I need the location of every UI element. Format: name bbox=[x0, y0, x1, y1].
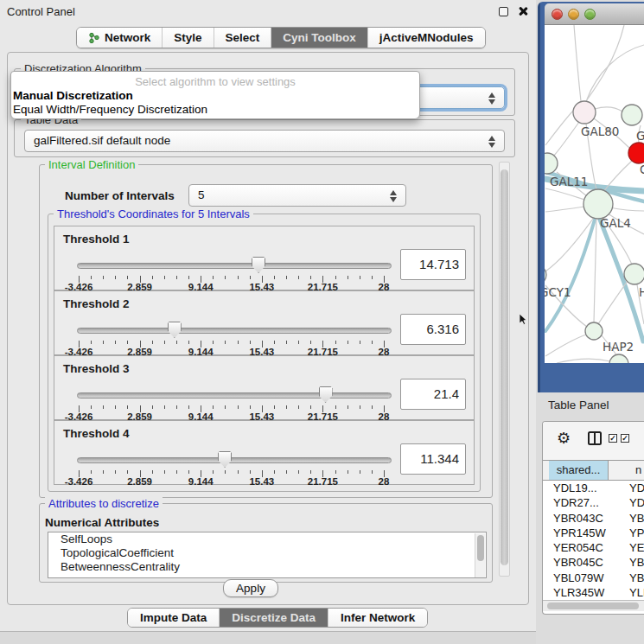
tick-mark bbox=[91, 470, 92, 474]
tick-mark bbox=[298, 276, 299, 279]
tab-network[interactable]: Network bbox=[77, 28, 163, 48]
table-row[interactable]: YLR345WYLR3 bbox=[543, 585, 644, 600]
table-row[interactable]: YBR043CYBR0 bbox=[543, 511, 644, 526]
close-traffic-light-icon[interactable] bbox=[552, 9, 563, 20]
threshold-value-field[interactable]: 21.4 bbox=[400, 379, 466, 410]
network-window-titlebar[interactable] bbox=[545, 3, 644, 25]
table-row[interactable]: YBR045CYBR0 bbox=[543, 555, 644, 570]
number-of-intervals-combobox[interactable]: 5 bbox=[188, 184, 406, 207]
network-node-GAL11[interactable] bbox=[545, 153, 558, 174]
threshold-slider-thumb[interactable] bbox=[168, 322, 182, 338]
threshold-value-field[interactable]: 6.316 bbox=[400, 314, 466, 345]
table-hscrollbar-thumb[interactable] bbox=[547, 603, 639, 609]
settings-scrollbar[interactable] bbox=[499, 162, 510, 577]
tick-label: 15.43 bbox=[249, 476, 274, 487]
tick-mark bbox=[360, 405, 360, 409]
table-row[interactable]: YBL079WYBL0 bbox=[543, 571, 644, 585]
list-scrollbar-thumb[interactable] bbox=[477, 535, 484, 561]
network-node-H[interactable] bbox=[624, 264, 644, 284]
stepper-icon bbox=[488, 92, 496, 105]
gear-icon[interactable]: ⚙ bbox=[557, 429, 571, 447]
threshold-slider-thumb[interactable] bbox=[319, 386, 333, 403]
table-row[interactable]: YER054CYER0 bbox=[543, 540, 644, 555]
tab-cyni-toolbox[interactable]: Cyni Toolbox bbox=[271, 28, 368, 48]
popup-option-equal-width[interactable]: Equal Width/Frequency Discretization bbox=[11, 103, 419, 117]
popup-option-manual[interactable]: Manual Discretization bbox=[11, 89, 419, 103]
tab-infer-network[interactable]: Infer Network bbox=[328, 609, 427, 627]
network-nodes[interactable] bbox=[545, 101, 644, 363]
network-graph: GAL80GACGAL11GAL4GCY1HHAP2 bbox=[545, 25, 644, 363]
tick-mark bbox=[115, 470, 116, 474]
threshold-slider-thumb[interactable] bbox=[218, 451, 232, 468]
tick-mark bbox=[348, 341, 348, 344]
cell-name: YLR3 bbox=[629, 585, 644, 600]
apply-button[interactable]: Apply bbox=[223, 579, 278, 597]
zoom-traffic-light-icon[interactable] bbox=[584, 9, 596, 20]
attribute-list-item[interactable]: TopologicalCoefficient bbox=[48, 546, 486, 560]
tick-mark bbox=[164, 276, 165, 279]
tick-mark bbox=[335, 405, 336, 409]
tab-style[interactable]: Style bbox=[163, 28, 214, 48]
network-canvas[interactable]: GAL80GACGAL11GAL4GCY1HHAP2 bbox=[545, 25, 644, 363]
network-node-GCY1[interactable] bbox=[545, 265, 546, 284]
threshold-slider-thumb[interactable] bbox=[252, 257, 265, 273]
tick-mark bbox=[238, 405, 239, 409]
tick-mark bbox=[127, 470, 128, 474]
tick-mark bbox=[348, 276, 348, 279]
float-window-icon[interactable] bbox=[499, 7, 508, 16]
table-hscrollbar[interactable] bbox=[543, 600, 644, 611]
tick-mark bbox=[164, 405, 165, 409]
tick-label: 28 bbox=[379, 476, 390, 487]
tick-mark bbox=[164, 470, 165, 474]
threshold-label: Threshold 1 bbox=[63, 233, 130, 245]
threshold-slider-track[interactable] bbox=[77, 328, 392, 334]
network-node-GAL80[interactable] bbox=[573, 101, 596, 124]
table-toolbar: ⚙ ✓ ✓ bbox=[543, 422, 644, 460]
settings-scrollbar-thumb[interactable] bbox=[501, 169, 508, 565]
table-data-combobox[interactable]: galFiltered.sif default node bbox=[24, 130, 505, 152]
tab-discretize-data[interactable]: Discretize Data bbox=[220, 609, 328, 627]
tab-jactivemnodules[interactable]: jActiveMNodules bbox=[368, 28, 485, 48]
attributes-legend: Attributes to discretize bbox=[45, 497, 163, 510]
tab-discretize-data-label: Discretize Data bbox=[232, 611, 316, 624]
network-node-GA[interactable] bbox=[622, 105, 642, 125]
table-row[interactable]: YPR145WYPR1 bbox=[543, 526, 644, 540]
tab-impute-data[interactable]: Impute Data bbox=[128, 609, 220, 627]
close-icon[interactable] bbox=[518, 6, 528, 16]
mouse-cursor bbox=[520, 314, 527, 325]
attribute-list-item[interactable]: BetweennessCentrality bbox=[48, 560, 486, 574]
network-node-C[interactable] bbox=[628, 143, 644, 163]
threshold-value-field[interactable]: 11.344 bbox=[400, 443, 466, 475]
minimize-traffic-light-icon[interactable] bbox=[568, 9, 579, 20]
network-node-GAL4[interactable] bbox=[583, 189, 613, 219]
table-body: YDL19...YDL1YDR27...YDR2YBR043CYBR0YPR14… bbox=[543, 481, 644, 600]
tick-mark bbox=[164, 341, 165, 344]
table-row[interactable]: YDL19...YDL1 bbox=[543, 481, 644, 495]
column-header-shared-name[interactable]: shared... bbox=[549, 461, 609, 480]
tick-mark bbox=[188, 341, 189, 344]
table-row[interactable]: YDR27...YDR2 bbox=[543, 495, 644, 510]
tab-select[interactable]: Select bbox=[214, 28, 272, 48]
split-columns-icon[interactable] bbox=[588, 431, 602, 445]
list-scrollbar[interactable] bbox=[475, 533, 485, 578]
tick-mark bbox=[225, 341, 226, 344]
tick-mark bbox=[103, 341, 104, 344]
threshold-slider-track[interactable] bbox=[77, 392, 392, 399]
checkbox-icon[interactable]: ✓ bbox=[609, 434, 617, 443]
checkbox-icon[interactable]: ✓ bbox=[621, 434, 629, 443]
threshold-slider-track[interactable] bbox=[77, 263, 392, 269]
tick-mark bbox=[103, 405, 104, 409]
table-data-value: galFiltered.sif default node bbox=[34, 134, 170, 147]
tick-mark bbox=[225, 405, 226, 409]
network-node-unlabeled[interactable] bbox=[609, 354, 628, 363]
tick-mark bbox=[250, 341, 251, 344]
tick-mark bbox=[127, 341, 128, 344]
threshold-label: Threshold 2 bbox=[63, 297, 130, 310]
threshold-panel-1: Threshold 1 -3.4262.8599.14415.4321.7152… bbox=[54, 226, 475, 290]
table-panel-title: Table Panel bbox=[548, 399, 609, 411]
attribute-list-item[interactable]: SelfLoops bbox=[48, 532, 486, 546]
threshold-value-field[interactable]: 14.713 bbox=[400, 249, 466, 280]
column-header-name[interactable]: n bbox=[609, 461, 644, 480]
threshold-slider-track[interactable] bbox=[77, 457, 392, 463]
network-node-HAP2[interactable] bbox=[585, 322, 603, 340]
